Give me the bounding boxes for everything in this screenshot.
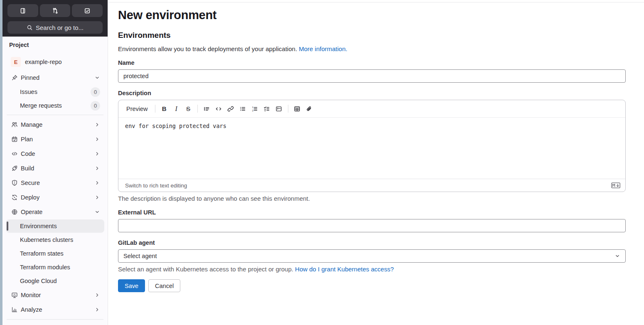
sidebar-item-label: Google Cloud [20, 278, 100, 284]
sidebar-item-label: Terraform states [20, 250, 100, 257]
external-url-input[interactable] [118, 219, 626, 232]
name-label: Name [118, 59, 626, 66]
task-list-icon[interactable] [261, 103, 273, 114]
sidebar-section-label: Project [9, 42, 108, 48]
issues-shortcut-button[interactable] [7, 4, 38, 17]
users-icon [11, 121, 18, 128]
kubernetes-access-link[interactable]: How do I grant Kubernetes access? [295, 266, 394, 273]
description-label: Description [118, 90, 626, 96]
sidebar-divider [7, 319, 103, 320]
search-button[interactable]: Search or go to... [7, 21, 103, 34]
sidebar-item-label: Terraform modules [20, 264, 100, 271]
sidebar-item-google-cloud[interactable]: Google Cloud [6, 274, 104, 288]
deploy-icon [11, 194, 18, 201]
collapsible-section-icon[interactable] [273, 103, 285, 114]
sidebar-item-environments[interactable]: Environments [6, 219, 104, 233]
toolbar-separator [197, 105, 198, 113]
sidebar-item-label: Kubernetes clusters [20, 236, 100, 243]
merge-request-icon [52, 7, 59, 14]
sidebar-item-terraform-modules[interactable]: Terraform modules [6, 261, 104, 274]
sidebar-item-analyze[interactable]: Analyze [6, 303, 104, 317]
todo-shortcut-button[interactable] [72, 4, 103, 17]
search-placeholder: Search or go to... [36, 24, 84, 31]
external-url-label: External URL [118, 209, 626, 216]
section-heading: Environments [118, 31, 626, 40]
page-title: New environment [118, 8, 626, 22]
table-icon[interactable] [292, 103, 303, 114]
sidebar-item-label: Analyze [21, 306, 92, 313]
switch-to-rich-text-button[interactable]: Switch to rich text editing [125, 182, 187, 189]
markdown-icon[interactable] [611, 182, 620, 188]
chevron-right-icon [94, 292, 100, 298]
sidebar-item-label: Issues [20, 89, 88, 95]
sidebar-item-label: Monitor [21, 292, 92, 298]
code-icon [11, 150, 18, 158]
description-editor-body: env for scoping protected vars [118, 118, 625, 179]
sidebar-item-label: Manage [21, 121, 92, 128]
intro-text: Environments allow you to track deployme… [118, 45, 626, 52]
code-icon[interactable] [213, 103, 224, 114]
chevron-right-icon [94, 165, 100, 171]
todo-checkbox-icon [84, 7, 91, 14]
monitor-icon [11, 291, 18, 299]
search-icon [27, 25, 33, 31]
quote-icon[interactable] [201, 103, 212, 114]
name-input[interactable] [118, 69, 626, 83]
description-textarea[interactable]: env for scoping protected vars [125, 123, 619, 177]
sidebar-item-kubernetes-clusters[interactable]: Kubernetes clusters [6, 233, 104, 246]
sidebar-item-manage[interactable]: Manage [6, 118, 104, 132]
sidebar-item-plan[interactable]: Plan [6, 132, 104, 146]
chevron-down-icon [94, 75, 100, 81]
sidebar-item-operate[interactable]: Operate [6, 205, 104, 219]
preview-tab[interactable]: Preview [123, 106, 152, 112]
super-sidebar: Search or go to... Project E example-rep… [2, 0, 108, 325]
sidebar-item-code[interactable]: Code [6, 147, 104, 161]
sidebar-item-deploy[interactable]: Deploy [6, 190, 104, 204]
sidebar-divider [7, 115, 103, 115]
strikethrough-icon[interactable]: S [183, 103, 194, 114]
chevron-right-icon [94, 136, 100, 142]
chevron-right-icon [94, 307, 100, 313]
sidebar-item-merge-requests[interactable]: Merge requests 0 [6, 99, 104, 112]
agent-select[interactable]: Select agent [118, 249, 626, 263]
pin-icon [11, 74, 18, 81]
sidebar-item-label: Environments [20, 223, 100, 229]
calendar-icon [11, 135, 18, 143]
italic-icon[interactable]: I [171, 103, 182, 114]
sidebar-item-monitor[interactable]: Monitor [6, 288, 104, 302]
description-field-group: Description Preview B I S [118, 90, 626, 202]
attach-file-icon[interactable] [304, 103, 315, 114]
project-avatar: E [11, 57, 21, 67]
toolbar-separator [155, 105, 155, 113]
form-actions: Save Cancel [118, 279, 626, 292]
chevron-right-icon [94, 122, 100, 128]
sidebar-item-build[interactable]: Build [6, 161, 104, 175]
chevron-down-icon [94, 209, 100, 215]
sidebar-shortcuts [7, 4, 103, 17]
cancel-button[interactable]: Cancel [148, 279, 180, 292]
sidebar-item-label: Merge requests [20, 102, 88, 109]
chevron-right-icon [94, 180, 100, 186]
sidebar-item-label: Plan [21, 136, 92, 143]
more-information-link[interactable]: More information. [299, 45, 347, 52]
sidebar-item-secure[interactable]: Secure [6, 176, 104, 190]
numbered-list-icon[interactable]: 12 [249, 103, 261, 114]
shield-icon [11, 179, 18, 187]
sidebar-item-label: Secure [21, 180, 92, 186]
sidebar-item-issues[interactable]: Issues 0 [6, 85, 104, 98]
issues-count-badge: 0 [91, 87, 100, 97]
bullet-list-icon[interactable] [237, 103, 248, 114]
globe-icon [11, 208, 18, 216]
bold-icon[interactable]: B [159, 103, 170, 114]
merge-requests-shortcut-button[interactable] [40, 4, 71, 17]
gitlab-agent-label: GitLab agent [118, 239, 626, 246]
chevron-right-icon [94, 151, 100, 157]
chevron-down-icon [615, 253, 620, 259]
link-icon[interactable] [225, 103, 236, 114]
project-name: example-repo [25, 59, 100, 65]
sidebar-item-pinned[interactable]: Pinned [6, 71, 104, 85]
sidebar-item-project[interactable]: E example-repo [6, 54, 104, 69]
sidebar-item-terraform-states[interactable]: Terraform states [6, 247, 104, 260]
save-button[interactable]: Save [118, 279, 145, 292]
rocket-icon [11, 165, 18, 172]
